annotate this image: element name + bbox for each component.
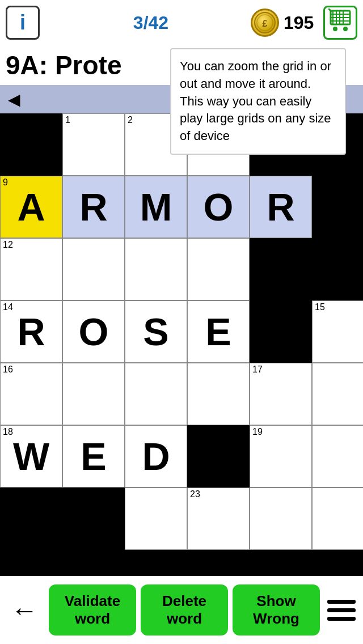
cell-number-4-0: 16: [3, 365, 13, 375]
back-arrow-icon: ←: [11, 595, 38, 626]
validate-word-button[interactable]: Validateword: [49, 584, 136, 635]
cell-letter-1-3: O: [204, 188, 234, 226]
cell-3-2[interactable]: S: [125, 300, 187, 363]
cell-3-0[interactable]: 14 R: [0, 300, 62, 363]
coin-icon: £: [251, 9, 279, 37]
cell-0-0: [0, 113, 62, 176]
cell-letter-3-1: O: [79, 312, 109, 351]
cell-number-4-4: 17: [252, 365, 263, 375]
delete-word-button[interactable]: Deleteword: [141, 584, 228, 635]
cell-letter-5-0: W: [13, 437, 49, 476]
coin-count: 195: [284, 12, 318, 33]
menu-line-1: [327, 600, 356, 604]
cell-letter-1-0: A: [17, 188, 45, 226]
cell-3-1[interactable]: O: [62, 300, 125, 363]
puzzle-count: 3/42: [51, 12, 251, 33]
info-icon: i: [20, 11, 26, 35]
clue-text: 9A: Prote: [6, 50, 121, 80]
cell-number-3-0: 14: [3, 302, 13, 312]
grid-row-1: 9 A R M O R: [0, 176, 363, 238]
cell-number-3-5: 15: [315, 302, 325, 312]
cell-letter-3-0: R: [17, 312, 45, 351]
delete-word-label: Deleteword: [162, 592, 206, 628]
cell-1-2[interactable]: M: [125, 176, 187, 238]
cell-number-0-2: 2: [128, 115, 133, 125]
cell-letter-1-1: R: [79, 188, 107, 226]
cell-6-4[interactable]: [250, 488, 312, 550]
bottom-bar: ← Validateword Deleteword ShowWrong: [0, 576, 363, 644]
svg-point-13: [343, 27, 348, 31]
cell-number-2-0: 12: [3, 240, 13, 250]
svg-line-4: [328, 9, 331, 11]
cell-2-5: [312, 238, 363, 300]
cell-4-4[interactable]: 17: [250, 363, 312, 425]
cell-4-1[interactable]: [62, 363, 125, 425]
cell-2-2[interactable]: [125, 238, 187, 300]
grid-row-3: 14 R O S E 15: [0, 300, 363, 363]
cell-letter-3-3: E: [205, 312, 231, 351]
info-button[interactable]: i: [6, 6, 40, 40]
grid-row-5: 18 W E D 19: [0, 425, 363, 488]
cell-1-3[interactable]: O: [187, 176, 250, 238]
grid-row-6: 23: [0, 488, 363, 550]
cell-number-6-3: 23: [190, 489, 200, 499]
cell-number-0-1: 1: [65, 115, 70, 125]
cell-3-5[interactable]: 15: [312, 300, 363, 363]
cell-2-4: [250, 238, 312, 300]
svg-text:£: £: [263, 19, 268, 28]
cell-1-1[interactable]: R: [62, 176, 125, 238]
grid-row-4: 16 17: [0, 363, 363, 425]
top-bar: i 3/42 £ 195: [0, 0, 363, 45]
cell-3-4: [250, 300, 312, 363]
cell-letter-5-2: D: [142, 437, 170, 476]
cell-letter-5-1: E: [81, 437, 106, 476]
coin-area: £ 195: [251, 9, 318, 37]
svg-point-12: [333, 27, 337, 31]
nav-back-button[interactable]: ◀: [0, 85, 28, 113]
tooltip: You can zoom the grid in or out and move…: [170, 48, 346, 155]
cell-6-5[interactable]: [312, 488, 363, 550]
cell-1-0[interactable]: 9 A: [0, 176, 62, 238]
cell-letter-3-2: S: [143, 312, 168, 351]
show-wrong-button[interactable]: ShowWrong: [233, 584, 320, 635]
cell-1-4[interactable]: R: [250, 176, 312, 238]
crossword-grid[interactable]: 1 2 9 A R M O R: [0, 113, 363, 550]
validate-word-label: Validateword: [65, 592, 120, 628]
menu-line-2: [327, 608, 356, 612]
cell-5-3: [187, 425, 250, 488]
cell-0-1[interactable]: 1: [62, 113, 125, 176]
cell-3-3[interactable]: E: [187, 300, 250, 363]
cell-number-5-4: 19: [252, 427, 263, 437]
cell-6-2[interactable]: [125, 488, 187, 550]
cell-5-0[interactable]: 18 W: [0, 425, 62, 488]
cell-letter-1-4: R: [267, 188, 294, 226]
grid-area[interactable]: 1 2 9 A R M O R: [0, 113, 363, 576]
cell-5-1[interactable]: E: [62, 425, 125, 488]
back-arrow-button[interactable]: ←: [5, 584, 44, 635]
cell-4-0[interactable]: 16: [0, 363, 62, 425]
cell-4-2[interactable]: [125, 363, 187, 425]
show-wrong-label: ShowWrong: [253, 592, 299, 628]
cell-4-3[interactable]: [187, 363, 250, 425]
cell-number-1-0: 9: [3, 177, 8, 188]
tooltip-text: You can zoom the grid in or out and move…: [180, 59, 331, 143]
grid-row-2: 12: [0, 238, 363, 300]
cell-number-5-0: 18: [3, 427, 13, 437]
cell-6-0: [0, 488, 62, 550]
cell-5-5[interactable]: [312, 425, 363, 488]
menu-button[interactable]: [324, 584, 358, 635]
cell-1-5: [312, 176, 363, 238]
cell-5-2[interactable]: D: [125, 425, 187, 488]
cart-button[interactable]: [323, 6, 357, 40]
cell-2-0[interactable]: 12: [0, 238, 62, 300]
cell-5-4[interactable]: 19: [250, 425, 312, 488]
cell-2-3[interactable]: [187, 238, 250, 300]
cell-letter-1-2: M: [140, 188, 172, 226]
cell-6-1: [62, 488, 125, 550]
cart-icon: [328, 9, 352, 37]
menu-line-3: [327, 617, 356, 621]
cell-6-3[interactable]: 23: [187, 488, 250, 550]
cell-4-5[interactable]: [312, 363, 363, 425]
cell-2-1[interactable]: [62, 238, 125, 300]
